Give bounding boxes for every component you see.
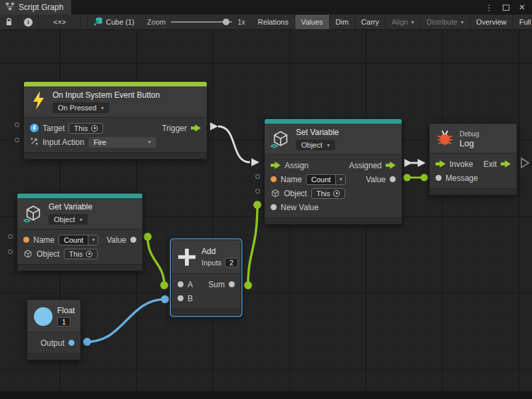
b-port[interactable]: [178, 295, 184, 301]
node-add[interactable]: Add Inputs 2 A Sum: [171, 239, 241, 316]
open-input-port[interactable]: [15, 122, 19, 127]
wire-getvalue-a[interactable]: [148, 237, 164, 285]
variable-kind-dropdown[interactable]: Object ▾: [49, 214, 88, 225]
close-icon[interactable]: ✕: [519, 3, 525, 12]
node-float-literal[interactable]: Float 1 Output: [27, 299, 81, 360]
zoom-slider-handle[interactable]: [223, 19, 229, 25]
target-object-picker[interactable]: This: [68, 123, 103, 134]
variable-kind-dropdown[interactable]: Object ▾: [296, 140, 335, 150]
distribute-button[interactable]: Distribute▾: [420, 15, 469, 29]
inspect-button[interactable]: i: [19, 15, 39, 29]
input-action-icon: [30, 137, 39, 148]
chevron-down-icon: ▾: [80, 217, 82, 223]
variable-name-dropdown[interactable]: Count ▾: [306, 174, 346, 185]
name-port-label: Name: [281, 175, 302, 184]
event-port-icon: [30, 124, 39, 132]
node-set-variable[interactable]: <> Set Variable Object ▾ Assign: [264, 118, 402, 225]
name-port[interactable]: [271, 176, 277, 182]
inputs-label: Inputs: [201, 259, 221, 267]
wire-endpoint: [144, 233, 152, 241]
code-preview-button[interactable]: <×>: [39, 15, 81, 29]
canvas-bottom-edge: [0, 391, 532, 399]
chevron-down-icon: ▾: [411, 19, 414, 25]
fullscreen-label: Full Screen: [519, 18, 532, 26]
overview-button[interactable]: Overview: [470, 15, 513, 29]
node-category: Debug: [460, 130, 479, 138]
variable-name-dropdown[interactable]: Count ▾: [59, 235, 98, 245]
value-port[interactable]: [390, 176, 396, 182]
chevron-down-icon: ▾: [101, 105, 104, 111]
maximize-icon[interactable]: [503, 5, 509, 11]
carry-button[interactable]: Carry: [355, 15, 386, 29]
dim-button[interactable]: Dim: [330, 15, 356, 29]
assign-port-label: Assign: [285, 161, 309, 170]
open-input-port[interactable]: [8, 249, 13, 254]
object-target-icon: [333, 190, 340, 197]
assign-flow-port[interactable]: [271, 162, 281, 169]
object-picker[interactable]: This: [64, 249, 98, 259]
variable-name-value: Count: [59, 235, 88, 245]
wire-float-b[interactable]: [87, 299, 165, 342]
zoom-slider[interactable]: [171, 21, 232, 23]
variable-brackets-icon: <>: [271, 142, 277, 150]
wire-trigger-assign[interactable]: [218, 126, 250, 162]
inputs-count-field[interactable]: 2: [225, 258, 238, 267]
a-port[interactable]: [178, 281, 184, 287]
open-input-port[interactable]: [8, 234, 13, 239]
fullscreen-button[interactable]: Full Screen: [513, 15, 532, 29]
trigger-flow-port[interactable]: [191, 124, 201, 132]
message-port[interactable]: [436, 175, 442, 181]
value-port[interactable]: [130, 237, 136, 243]
lock-button[interactable]: [0, 15, 19, 29]
wire-endpoint: [244, 281, 252, 289]
wire-endpoint: [161, 295, 169, 303]
new-value-port[interactable]: [271, 204, 277, 210]
open-input-port[interactable]: [255, 189, 260, 194]
node-on-input-system-event[interactable]: On Input System Event Button On Pressed …: [23, 81, 207, 160]
variable-brackets-icon: <>: [23, 217, 30, 224]
object-port-label: Object: [284, 189, 307, 198]
object-target-icon: [86, 251, 92, 257]
open-input-port[interactable]: [255, 174, 260, 179]
object-value: This: [69, 250, 83, 258]
object-picker[interactable]: This: [311, 188, 346, 199]
sum-port[interactable]: [229, 281, 235, 287]
wire-sum-newvalue[interactable]: [248, 205, 257, 285]
float-value-field[interactable]: 1: [57, 317, 70, 327]
values-button[interactable]: Values: [295, 15, 330, 29]
relations-button[interactable]: Relations: [252, 15, 295, 29]
node-footer: [27, 353, 80, 360]
relations-label: Relations: [258, 18, 289, 26]
plus-icon: [178, 249, 196, 266]
graph-canvas[interactable]: On Input System Event Button On Pressed …: [0, 30, 532, 399]
window-controls: ⋮ ✕: [485, 0, 532, 15]
assigned-flow-port[interactable]: [386, 162, 396, 169]
node-get-variable[interactable]: <> Get Variable Object ▾ Name Co: [17, 193, 143, 271]
graph-target-button[interactable]: Cube (1): [88, 15, 140, 29]
name-port[interactable]: [23, 237, 29, 243]
tab-script-graph[interactable]: Script Graph: [0, 0, 71, 15]
output-port[interactable]: [68, 340, 74, 346]
a-port-label: A: [188, 280, 193, 289]
exit-flow-port[interactable]: [501, 160, 511, 168]
menu-icon[interactable]: ⋮: [485, 3, 493, 13]
wire-arrowhead: [251, 158, 259, 166]
invoke-flow-port[interactable]: [436, 160, 446, 168]
assigned-port-label: Assigned: [349, 161, 382, 170]
node-debug-log[interactable]: Debug Log Invoke Exit Message: [429, 123, 517, 196]
exit-open-port-triangle[interactable]: [521, 158, 529, 168]
float-circle-icon: [34, 307, 53, 326]
node-footer: [172, 309, 241, 315]
open-input-port[interactable]: [15, 138, 19, 142]
carry-label: Carry: [361, 18, 379, 26]
name-port-label: Name: [33, 235, 55, 245]
chevron-down-icon: ▾: [461, 19, 464, 25]
event-mode-dropdown[interactable]: On Pressed ▾: [53, 102, 109, 113]
wire-arrowhead: [404, 159, 412, 167]
align-button[interactable]: Align▾: [386, 15, 420, 29]
object-cube-icon: [271, 189, 280, 198]
input-action-dropdown[interactable]: Fire ▾: [88, 137, 156, 148]
tab-bar: Script Graph ⋮ ✕: [0, 0, 532, 15]
wire-endpoint: [404, 174, 411, 182]
node-footer: [430, 188, 517, 195]
